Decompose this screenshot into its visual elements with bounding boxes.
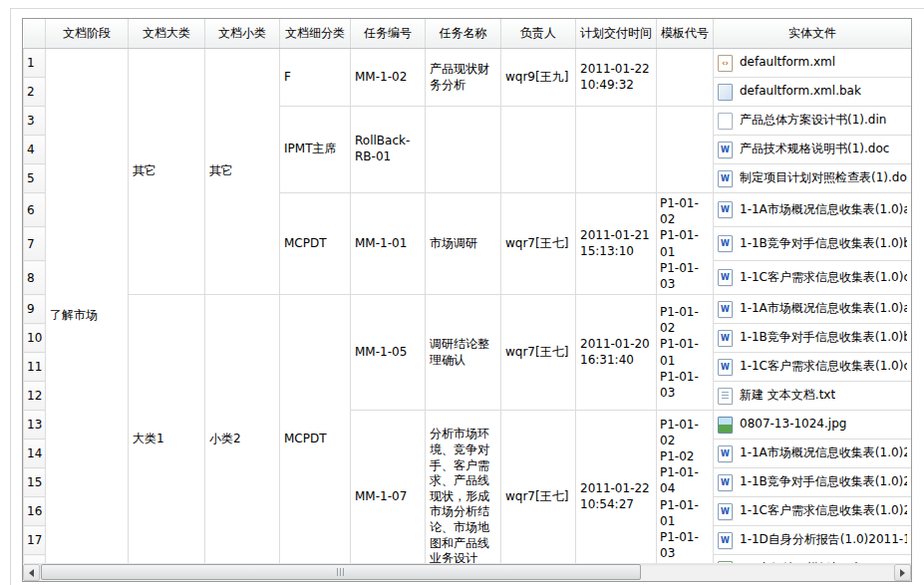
cell-task-name[interactable] xyxy=(426,107,501,193)
col-header-owner[interactable]: 负责人 xyxy=(501,19,576,49)
cell-stage[interactable]: 了解市场 xyxy=(46,49,129,564)
row-header-14[interactable]: 14 xyxy=(24,439,46,468)
file-cell[interactable]: 新建 文本文档.txt xyxy=(714,382,912,411)
cell-task-no[interactable]: MM-1-07 xyxy=(351,411,426,563)
word-file-icon xyxy=(718,269,733,286)
scroll-right-button[interactable] xyxy=(894,564,911,581)
cell-task-no[interactable]: RollBack-RB-01 xyxy=(351,107,426,193)
row-header-1[interactable]: 1 xyxy=(24,49,46,78)
col-header-stage[interactable]: 文档阶段 xyxy=(46,19,129,49)
cell-template-codes[interactable] xyxy=(657,49,714,107)
file-cell[interactable]: 1-1C客户需求信息收集表(1.0)cc... xyxy=(714,353,912,382)
cell-template-codes[interactable]: P1-01-02 P1-01-01 P1-01-03 xyxy=(657,193,714,295)
cell-owner[interactable]: wqr7[王七] xyxy=(501,295,576,411)
file-cell[interactable]: 1-2市场地图模板(1.0)2011-1-2... xyxy=(714,555,912,563)
cell-major-category[interactable]: 其它 xyxy=(129,49,205,295)
cell-planned-time[interactable]: 2011-01-22 10:54:27 xyxy=(576,411,657,563)
cell-task-no[interactable]: MM-1-05 xyxy=(351,295,426,411)
col-header-rownum[interactable] xyxy=(24,19,46,49)
scrollbar-track[interactable] xyxy=(40,564,894,581)
row-header-12[interactable]: 12 xyxy=(24,382,46,411)
row-header-4[interactable]: 4 xyxy=(24,136,46,164)
col-header-task-name[interactable]: 任务名称 xyxy=(426,19,501,49)
file-cell[interactable]: defaultform.xml xyxy=(714,49,912,78)
file-cell[interactable]: 产品技术规格说明书(1).doc xyxy=(714,136,912,164)
file-cell[interactable]: 1-1A市场概况信息收集表(1.0)20... xyxy=(714,439,912,468)
file-cell[interactable]: 1-1B竞争对手信息收集表(1.0)b... xyxy=(714,227,912,261)
col-header-task-no[interactable]: 任务编号 xyxy=(351,19,426,49)
col-header-planned-time[interactable]: 计划交付时间 xyxy=(576,19,657,49)
cell-task-no[interactable]: MM-1-01 xyxy=(351,193,426,295)
cell-minor-category[interactable]: 其它 xyxy=(205,49,280,295)
row-header-5[interactable]: 5 xyxy=(24,164,46,193)
file-cell[interactable]: 制定项目计划对照检查表(1).doc xyxy=(714,164,912,193)
file-cell[interactable]: 1-1A市场概况信息收集表(1.0)aa... xyxy=(714,193,912,227)
row-header-11[interactable]: 11 xyxy=(24,353,46,382)
horizontal-scrollbar[interactable] xyxy=(23,563,911,581)
file-cell[interactable]: 1-1B竞争对手信息收集表(1.0)20... xyxy=(714,468,912,497)
row-header-8[interactable]: 8 xyxy=(24,261,46,295)
row-header-13[interactable]: 13 xyxy=(24,411,46,439)
row-header-16[interactable]: 16 xyxy=(24,497,46,526)
cell-owner[interactable]: wqr7[王七] xyxy=(501,411,576,563)
xml-file-icon xyxy=(718,55,733,72)
cell-planned-time[interactable]: 2011-01-22 10:49:32 xyxy=(576,49,657,107)
scrollbar-thumb[interactable] xyxy=(41,564,641,580)
cell-task-name[interactable]: 调研结论整理确认 xyxy=(426,295,501,411)
col-header-major-category[interactable]: 文档大类 xyxy=(129,19,205,49)
file-name: 1-1A市场概况信息收集表(1.0)20... xyxy=(740,445,907,461)
file-name: 产品总体方案设计书(1).din xyxy=(740,113,886,129)
scroll-left-button[interactable] xyxy=(23,564,40,581)
cell-planned-time[interactable]: 2011-01-21 15:13:10 xyxy=(576,193,657,295)
row-header-9[interactable]: 9 xyxy=(24,295,46,324)
cell-planned-time[interactable] xyxy=(576,107,657,193)
cell-sub-category[interactable]: MCPDT xyxy=(280,193,351,295)
cell-sub-category[interactable]: IPMT主席 xyxy=(280,107,351,193)
col-header-minor-category[interactable]: 文档小类 xyxy=(205,19,280,49)
cell-template-codes[interactable]: P1-01-02 P1-02 P1-01-04 P1-01-01 P1-01-0… xyxy=(657,411,714,563)
cell-template-codes[interactable] xyxy=(657,107,714,193)
word-file-icon xyxy=(718,359,733,376)
file-cell[interactable]: 产品总体方案设计书(1).din xyxy=(714,107,912,136)
col-header-entity-file[interactable]: 实体文件 xyxy=(714,19,912,49)
row-header-3[interactable]: 3 xyxy=(24,107,46,136)
file-name: 1-1A市场概况信息收集表(1.0)aa... xyxy=(740,202,907,218)
cell-template-codes[interactable]: P1-01-02 P1-01-01 P1-01-03 xyxy=(657,295,714,411)
row-header-2[interactable]: 2 xyxy=(24,78,46,107)
cell-minor-category[interactable]: 小类2 xyxy=(205,295,280,563)
cell-owner[interactable]: wqr7[王七] xyxy=(501,193,576,295)
file-cell[interactable]: 1-1B竞争对手信息收集表(1.0)b... xyxy=(714,324,912,353)
col-header-sub-category[interactable]: 文档细分类 xyxy=(280,19,351,49)
cell-task-name[interactable]: 产品现状财务分析 xyxy=(426,49,501,107)
file-item: 1-1A市场概况信息收集表(1.0)aa... xyxy=(718,201,907,218)
file-cell[interactable]: 0807-13-1024.jpg xyxy=(714,411,912,439)
row-header-15[interactable]: 15 xyxy=(24,468,46,497)
cell-sub-category[interactable]: F xyxy=(280,49,351,107)
file-cell[interactable]: defaultform.xml.bak xyxy=(714,78,912,107)
cell-task-name[interactable]: 市场调研 xyxy=(426,193,501,295)
excel-file-icon xyxy=(718,561,733,563)
cell-sub-category[interactable]: MCPDT xyxy=(280,295,351,563)
row-header-17[interactable]: 17 xyxy=(24,526,46,555)
word-file-icon xyxy=(718,532,733,549)
file-cell[interactable]: 1-1D自身分析报告(1.0)2011-1-... xyxy=(714,526,912,555)
cell-owner[interactable]: wqr9[王九] xyxy=(501,49,576,107)
cell-owner[interactable] xyxy=(501,107,576,193)
file-cell[interactable]: 1-1C客户需求信息收集表(1.0)20... xyxy=(714,497,912,526)
word-file-icon xyxy=(718,330,733,347)
row-header-7[interactable]: 7 xyxy=(24,227,46,261)
cell-task-no[interactable]: MM-1-02 xyxy=(351,49,426,107)
col-header-template-code[interactable]: 模板代号 xyxy=(657,19,714,49)
cell-major-category[interactable]: 大类1 xyxy=(129,295,205,563)
row-header-6[interactable]: 6 xyxy=(24,193,46,227)
file-item: 1-1C客户需求信息收集表(1.0)20... xyxy=(718,503,907,520)
cell-task-name[interactable]: 分析市场环境、竞争对手、客户需求、产品线现状，形成市场分析结论、市场地图和产品线… xyxy=(426,411,501,563)
row-header-18[interactable]: 18 xyxy=(24,555,46,563)
file-item: 1-1B竞争对手信息收集表(1.0)b... xyxy=(718,330,907,347)
cell-planned-time[interactable]: 2011-01-20 16:31:40 xyxy=(576,295,657,411)
file-item: 产品总体方案设计书(1).din xyxy=(718,113,907,130)
file-cell[interactable]: 1-1C客户需求信息收集表(1.0)cc... xyxy=(714,261,912,295)
file-cell[interactable]: 1-1A市场概况信息收集表(1.0)aa... xyxy=(714,295,912,324)
file-item: 1-1B竞争对手信息收集表(1.0)20... xyxy=(718,474,907,491)
row-header-10[interactable]: 10 xyxy=(24,324,46,353)
